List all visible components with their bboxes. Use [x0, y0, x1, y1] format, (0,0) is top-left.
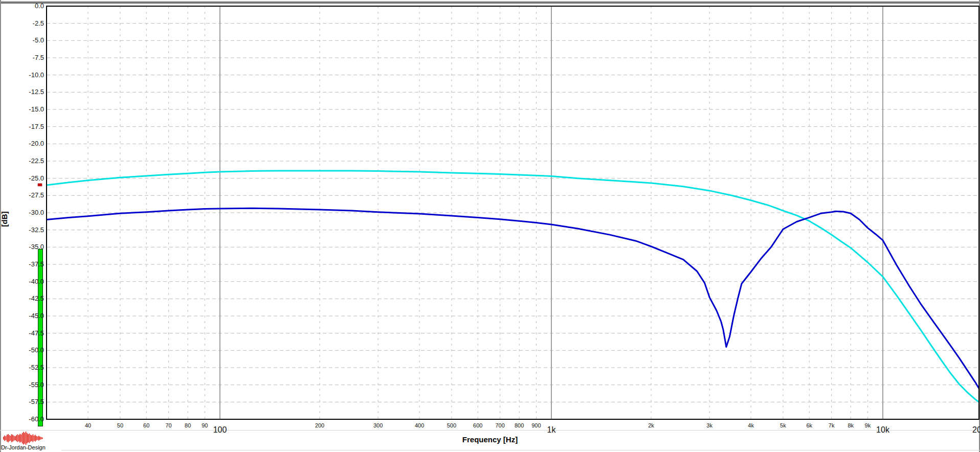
- y-tick-label: -47.5: [0, 329, 44, 337]
- x-tick-label: 400: [404, 422, 435, 428]
- logo-waveform-icon: [2, 431, 45, 445]
- y-tick-label: -10.0: [0, 71, 44, 79]
- y-tick-label: -12.5: [0, 88, 44, 96]
- y-tick-label: -42.5: [0, 295, 44, 303]
- y-tick-label: -20.0: [0, 140, 44, 148]
- x-axis-title: Frequency [Hz]: [439, 435, 541, 444]
- y-tick-label: -40.0: [0, 278, 44, 286]
- y-tick-label: -37.5: [0, 260, 44, 268]
- y-tick-label: -15.0: [0, 105, 44, 114]
- y-tick-label: -50.0: [0, 346, 44, 354]
- y-tick-label: -2.5: [0, 19, 44, 28]
- footer-divider-lower: [0, 450, 980, 450]
- y-tick-label: -57.5: [0, 398, 44, 406]
- y-tick-label: -25.0: [0, 174, 44, 183]
- y-tick-label: -52.5: [0, 364, 44, 372]
- y-tick-label: -5.0: [0, 36, 44, 44]
- y-tick-label: -60.0: [0, 415, 44, 423]
- x-tick-label: 10k: [865, 425, 901, 435]
- y-tick-label: -27.5: [0, 191, 44, 199]
- x-tick-label: 100: [202, 425, 238, 435]
- y-tick-label: -7.5: [0, 54, 44, 62]
- y-tick-label: -45.0: [0, 312, 44, 320]
- y-tick-label: -30.0: [0, 209, 44, 217]
- frequency-response-chart: [0, 0, 980, 452]
- level-marker: [38, 184, 42, 186]
- x-tick-label: 3k: [694, 422, 725, 428]
- x-tick-label: 4k: [736, 422, 766, 428]
- y-tick-label: -55.0: [0, 381, 44, 389]
- x-tick-label: 40: [73, 422, 103, 428]
- y-tick-label: -35.0: [0, 243, 44, 251]
- brand-logo: Dr-Jordan-Design: [1, 431, 61, 451]
- y-tick-label: -17.5: [0, 123, 44, 131]
- x-tick-label: 20k: [961, 425, 980, 435]
- x-tick-label: 2k: [636, 422, 666, 428]
- y-tick-label: -32.5: [0, 226, 44, 234]
- x-tick-label: 1k: [533, 425, 569, 435]
- y-tick-label: -22.5: [0, 157, 44, 165]
- logo-text: Dr-Jordan-Design: [1, 444, 46, 450]
- x-tick-label: 300: [363, 422, 393, 428]
- footer-divider-upper: [0, 430, 980, 431]
- y-tick-label: 0.0: [0, 2, 44, 10]
- app-window: [dB] Frequency [Hz] Dr-Jordan-Design 0.0…: [0, 0, 980, 452]
- x-tick-label: 200: [304, 422, 335, 428]
